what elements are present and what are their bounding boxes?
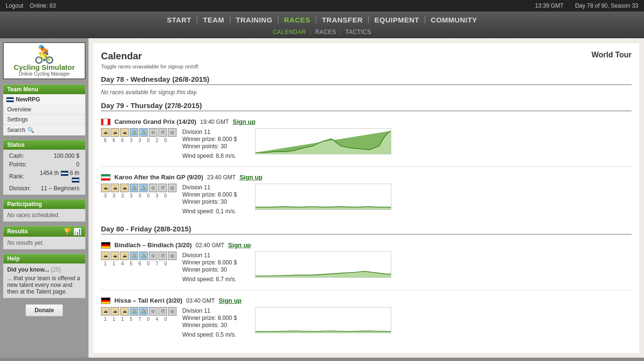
race-hissa-time: 03:40 GMT [186,297,215,304]
cyclist-icon: 🚴 [6,46,83,63]
icon-h-m3: ⛰ [120,307,129,316]
team-flag-icon [6,97,14,102]
race-hissa-icon-row: ⛰ ⛰ ⛰ 🚴 🚴 ⊙ ⏱ ◎ [101,307,177,316]
svg-rect-3 [255,307,391,333]
race-karoo-icons: ⛰ ⛰ ⛰ 🚴 🚴 ⊙ ⏱ ◎ 3 3 3 [101,184,177,198]
race-bindlach-points: Winner points: 30 [182,266,249,273]
time-display: 13:39 GMT [535,2,564,9]
svg-rect-1 [255,184,391,209]
subnav-tactics[interactable]: TACTICS [342,29,375,35]
rank-flag-icon [61,171,68,176]
race-bindlach-name: Bindlach – Bindlach (3/20) [114,241,192,249]
main-nav: START | TEAM | TRAINING | RACES | TRANSF… [0,15,644,27]
icon-k-grey3: ◎ [168,184,177,192]
race-hissa-points: Winner points: 30 [182,322,249,328]
day-80-header: Day 80 - Friday (28/8-2015) [101,225,632,235]
participating-body: No races scheduled. [3,209,85,221]
race-hissa-nums: 1 1 1 5 7 0 4 0 [101,317,177,322]
race-canmore-nums: 6 6 6 3 3 0 2 0 [101,138,177,143]
status-table: Cash: 100.000 $ Points: 0 Rank: 1454 th … [6,152,82,193]
race-karoo-nums: 3 3 3 3 3 0 3 0 [101,193,177,198]
icon-h-s2: 🚴 [139,307,148,316]
rank-flag2-icon [72,177,79,183]
topbar-left: Logout Online: 63 [6,2,56,9]
logo-title2: Online Cycling Manager [6,71,83,77]
icon-k-sprint1: 🚴 [130,184,138,192]
online-label: Online: [30,2,48,9]
race-canmore-signup[interactable]: Sign up [233,118,255,125]
rank-label: Rank: [6,169,33,184]
day-78-no-races: No races available for signup this day. [101,89,632,96]
race-karoo-signup[interactable]: Sign up [240,174,263,181]
donate-button[interactable]: Donate [25,304,63,317]
race-karoo-chart [255,184,391,210]
topbar: Logout Online: 63 13:39 GMT Day 78 of 90… [0,0,644,11]
icon-b-s2: 🚴 [139,252,148,260]
day-info: Day 78 of 90, Season 33 [575,2,638,9]
status-division-row: Division: 11 – Beginners [6,184,82,193]
race-canmore-time: 19:40 GMT [200,119,229,125]
participating-header: Participating [3,199,85,209]
logout-link[interactable]: Logout [6,2,23,9]
race-canmore-wind: Wind speed: 8,6 m/s. [182,153,249,159]
icon-k-mountain1: ⛰ [101,184,110,192]
race-canmore-info: Division 11 Winner prize: 8.000 $ Winner… [182,128,249,160]
icon-h-m2: ⛰ [111,307,119,316]
help-count: (25) [51,266,61,273]
main-inner: Calendar World Tour Toggle races unavail… [93,43,639,353]
race-bindlach-info: Division 11 Winner prize: 8.000 $ Winner… [182,252,249,283]
team-menu-section: Team Menu NewRPG Overview Settings Searc… [3,84,86,136]
icon-grey2: ⏱ [158,128,167,137]
icon-h-m1: ⛰ [101,307,110,316]
race-bindlach-signup[interactable]: Sign up [228,241,251,249]
header: START | TEAM | TRAINING | RACES | TRANSF… [0,11,644,38]
icon-h-g2: ⏱ [158,307,167,316]
race-bindlach-icons: ⛰ ⛰ ⛰ 🚴 🚴 ⊙ ⏱ ◎ 1 1 4 [101,252,177,266]
race-hissa-header: Hissa – Tall Kerri (3/20) 03:40 GMT Sign… [101,297,632,304]
nav-team[interactable]: TEAM [199,16,228,24]
icon-k-sprint2: 🚴 [139,184,148,192]
help-title: Did you know... [7,266,49,273]
results-section: Results 🏆 📊 No results yet. [3,226,86,250]
page-title: Calendar [101,51,142,62]
subnav-races[interactable]: RACES [311,29,340,35]
nav-transfer[interactable]: TRANSFER [318,16,367,24]
race-hissa-signup[interactable]: Sign up [219,297,242,304]
world-tour-label: World Tour [591,51,632,59]
race-hissa-chart [255,307,391,333]
race-karoo: Karoo After the Rain GP (9/20) 23:40 GMT… [101,172,632,217]
icon-mountain1: ⛰ [101,128,110,137]
results-body: No results yet. [3,237,85,249]
race-hissa-info: Division 11 Winner prize: 8.000 $ Winner… [182,307,249,339]
status-section: Status Cash: 100.000 $ Points: 0 Rank: 1… [3,140,86,195]
nav-races[interactable]: RACES [280,16,314,24]
race-hissa-wind: Wind speed: 0,5 m/s. [182,331,249,338]
nav-equipment[interactable]: EQUIPMENT [371,16,423,24]
status-points-row: Points: 0 [6,160,82,169]
help-section: Help Did you know... (25) ... that your … [3,253,86,298]
subnav-calendar[interactable]: CALENDAR [269,29,310,35]
race-bindlach: Bindlach – Bindlach (3/20) 02:40 GMT Sig… [101,240,632,285]
icon-k-grey1: ⊙ [149,184,157,192]
nav-training[interactable]: TRAINING [232,16,277,24]
race-hissa: Hissa – Tall Kerri (3/20) 03:40 GMT Sign… [101,295,632,340]
race-canmore-name: Canmore Grand Prix (14/20) [114,118,196,125]
team-name-row: NewRPG [3,94,85,105]
sidebar-item-overview[interactable]: Overview [3,105,85,115]
race-karoo-time: 23:40 GMT [207,174,236,181]
icon-b-g2: ⏱ [158,252,167,260]
icon-h-g1: ⊙ [149,307,157,316]
logo-area: 🚴 Cycling Simulator Online Cycling Manag… [3,42,86,79]
sidebar-item-settings[interactable]: Settings [3,115,85,125]
team-name: NewRPG [16,96,40,103]
icon-sprint2: 🚴 [139,128,148,137]
nav-community[interactable]: COMMUNITY [427,16,481,24]
sub-nav: CALENDAR | RACES | TACTICS [0,27,644,38]
race-hissa-icons: ⛰ ⛰ ⛰ 🚴 🚴 ⊙ ⏱ ◎ 1 1 1 [101,307,177,322]
nav-start[interactable]: START [163,16,195,24]
race-bindlach-wind: Wind speed: 8,7 m/s. [182,276,249,283]
toggle-text: Toggle races unavailable for signup on/o… [101,64,632,69]
cash-value: 100.000 $ [33,152,82,160]
race-karoo-points: Winner points: 30 [182,198,249,205]
status-rank-row: Rank: 1454 th 6 th [6,169,82,184]
